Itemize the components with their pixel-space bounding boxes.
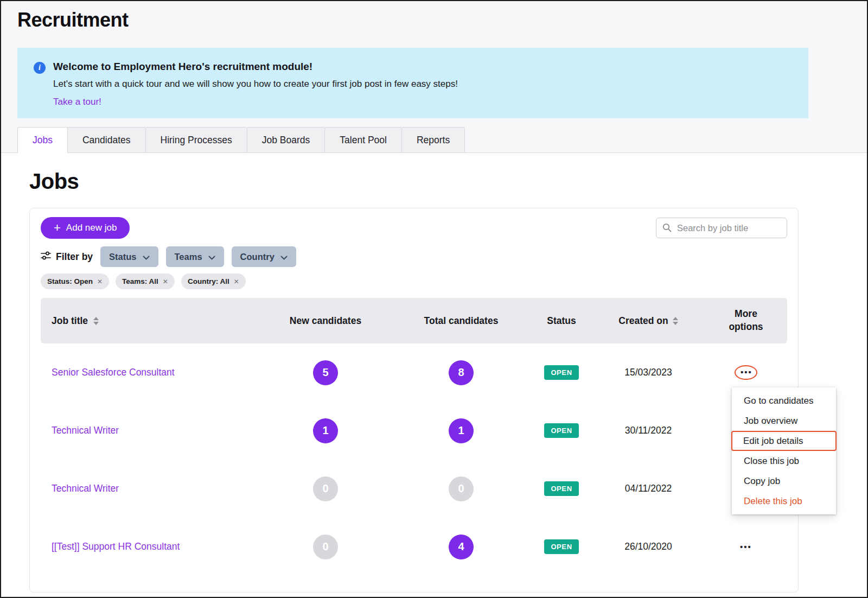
close-icon[interactable]: ✕ bbox=[234, 278, 239, 285]
close-icon[interactable]: ✕ bbox=[163, 278, 168, 285]
filter-by-label: Filter by bbox=[41, 251, 93, 263]
jobs-heading: Jobs bbox=[29, 169, 867, 194]
job-title-link[interactable]: Technical Writer bbox=[52, 483, 119, 494]
tab-reports[interactable]: Reports bbox=[401, 127, 465, 153]
tab-candidates[interactable]: Candidates bbox=[67, 127, 146, 153]
more-options-button[interactable]: ••• bbox=[740, 542, 752, 551]
header-more-options: More options bbox=[703, 308, 789, 333]
active-filter-chips: Status: Open ✕ Teams: All ✕ Country: All… bbox=[41, 273, 787, 289]
table-row: Technical Writer 1 1 OPEN 30/11/2022 ••• bbox=[41, 402, 787, 460]
total-candidates-count: 1 bbox=[449, 418, 474, 443]
menu-item-close-this-job[interactable]: Close this job bbox=[732, 451, 836, 471]
menu-item-delete-this-job[interactable]: Delete this job bbox=[732, 491, 836, 511]
new-candidates-count: 0 bbox=[313, 476, 338, 501]
table-row: Technical Writer 0 0 OPEN 04/11/2022 ••• bbox=[41, 460, 787, 518]
add-new-job-button[interactable]: + Add new job bbox=[41, 217, 130, 239]
info-icon: i bbox=[34, 62, 46, 74]
job-title-link[interactable]: Senior Salesforce Consultant bbox=[52, 367, 175, 378]
card-toolbar: + Add new job bbox=[41, 217, 787, 239]
job-title-link[interactable]: [[Test]] Support HR Consultant bbox=[52, 541, 180, 552]
add-new-job-label: Add new job bbox=[66, 222, 117, 233]
tabstrip: Jobs Candidates Hiring Processes Job Boa… bbox=[17, 127, 867, 153]
jobs-panel: Jobs + Add new job bbox=[1, 152, 867, 595]
status-badge: OPEN bbox=[544, 539, 578, 554]
tab-hiring-processes[interactable]: Hiring Processes bbox=[145, 127, 247, 153]
tab-jobs[interactable]: Jobs bbox=[17, 127, 68, 153]
sort-icon bbox=[93, 317, 99, 325]
chevron-down-icon bbox=[280, 252, 288, 262]
search-box bbox=[656, 218, 787, 238]
status-badge: OPEN bbox=[544, 423, 578, 438]
menu-item-copy-job[interactable]: Copy job bbox=[732, 471, 836, 491]
chevron-down-icon bbox=[143, 252, 150, 262]
jobs-table: Job title New candidates Total candidate… bbox=[41, 298, 787, 576]
total-candidates-count: 0 bbox=[449, 476, 474, 501]
created-on-date: 30/11/2022 bbox=[594, 425, 703, 436]
chevron-down-icon bbox=[208, 252, 215, 262]
banner-message: Let's start with a quick tour and we wil… bbox=[53, 79, 458, 90]
menu-item-edit-job-details[interactable]: Edit job details bbox=[731, 431, 837, 451]
header-status: Status bbox=[529, 315, 594, 327]
status-badge: OPEN bbox=[544, 481, 578, 496]
created-on-date: 04/11/2022 bbox=[594, 483, 703, 494]
filter-row: Filter by Status Teams Country bbox=[41, 246, 787, 267]
country-filter-dropdown[interactable]: Country bbox=[232, 246, 296, 267]
total-candidates-count: 8 bbox=[449, 360, 474, 385]
new-candidates-count: 5 bbox=[313, 360, 338, 385]
banner-title: Welcome to Employment Hero's recruitment… bbox=[53, 61, 458, 73]
header-created-on[interactable]: Created on bbox=[594, 315, 703, 327]
row-context-menu: Go to candidates Job overview Edit job d… bbox=[732, 387, 836, 514]
total-candidates-count: 4 bbox=[449, 535, 474, 559]
chip-status-open[interactable]: Status: Open ✕ bbox=[41, 273, 109, 289]
chip-teams-all[interactable]: Teams: All ✕ bbox=[116, 273, 175, 289]
page-title: Recruitment bbox=[17, 9, 867, 31]
sliders-icon bbox=[41, 251, 51, 263]
app-window: Recruitment i Welcome to Employment Hero… bbox=[0, 0, 868, 598]
table-row: Senior Salesforce Consultant 5 8 OPEN 15… bbox=[41, 343, 787, 402]
new-candidates-count: 1 bbox=[313, 418, 338, 443]
table-header: Job title New candidates Total candidate… bbox=[41, 298, 787, 343]
search-icon bbox=[662, 223, 672, 234]
new-candidates-count: 0 bbox=[313, 535, 338, 559]
tab-job-boards[interactable]: Job Boards bbox=[247, 127, 326, 153]
table-row: [[Test]] Support HR Consultant 0 4 OPEN … bbox=[41, 518, 787, 576]
menu-item-job-overview[interactable]: Job overview bbox=[732, 411, 836, 431]
job-title-link[interactable]: Technical Writer bbox=[52, 425, 119, 436]
header-total-candidates: Total candidates bbox=[393, 315, 529, 327]
created-on-date: 15/03/2023 bbox=[594, 367, 703, 378]
take-a-tour-link[interactable]: Take a tour! bbox=[53, 97, 101, 107]
header-job-title[interactable]: Job title bbox=[41, 315, 258, 327]
sort-icon bbox=[673, 317, 678, 325]
search-input[interactable] bbox=[656, 218, 787, 238]
welcome-banner: i Welcome to Employment Hero's recruitme… bbox=[17, 48, 808, 118]
chip-country-all[interactable]: Country: All ✕ bbox=[181, 273, 246, 289]
plus-icon: + bbox=[54, 222, 61, 234]
menu-item-go-to-candidates[interactable]: Go to candidates bbox=[732, 391, 836, 411]
more-options-button[interactable]: ••• bbox=[735, 365, 757, 380]
created-on-date: 26/10/2020 bbox=[594, 541, 703, 552]
status-badge: OPEN bbox=[544, 365, 578, 380]
jobs-card: + Add new job Filter by bbox=[29, 208, 799, 593]
header-new-candidates: New candidates bbox=[258, 315, 393, 327]
close-icon[interactable]: ✕ bbox=[97, 278, 103, 285]
status-filter-dropdown[interactable]: Status bbox=[100, 246, 158, 267]
banner-text: Welcome to Employment Hero's recruitment… bbox=[53, 61, 458, 105]
teams-filter-dropdown[interactable]: Teams bbox=[166, 246, 224, 267]
tab-talent-pool[interactable]: Talent Pool bbox=[324, 127, 402, 153]
